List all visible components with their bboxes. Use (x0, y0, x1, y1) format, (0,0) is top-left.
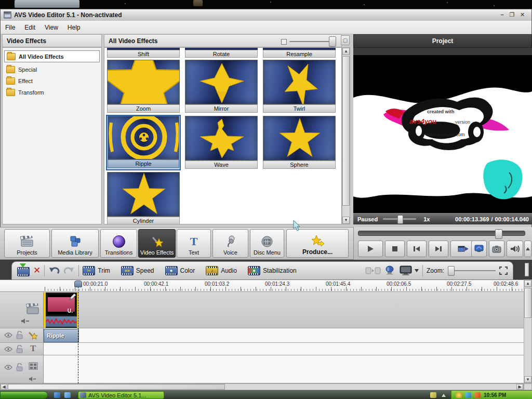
split-button[interactable] (17, 265, 30, 276)
tray-icon[interactable] (465, 392, 471, 398)
stop-button[interactable] (385, 241, 405, 257)
lock-icon[interactable] (16, 331, 23, 339)
start-button[interactable] (0, 391, 48, 399)
effect-label-twirl[interactable]: Twirl (263, 104, 336, 113)
text-track[interactable] (44, 343, 524, 355)
video-clip[interactable]: U. (44, 292, 79, 328)
toolbar-produce-button[interactable]: Produce... (286, 229, 349, 258)
effect-label-sphere[interactable]: Sphere (263, 161, 336, 169)
mute-speaker-icon[interactable] (29, 376, 37, 382)
menu-edit[interactable]: Edit (20, 22, 40, 33)
previous-button[interactable] (407, 241, 427, 257)
toolbar-video-effects-button[interactable]: Video Effects (138, 229, 176, 258)
scroll-down-button[interactable]: ▼ (524, 376, 531, 383)
effect-label-rotate[interactable]: Rotate (185, 50, 258, 58)
tree-item-all-video-effects[interactable]: All Video Effects (4, 50, 100, 62)
visibility-eye-icon[interactable] (4, 347, 12, 352)
seek-handle[interactable] (495, 229, 502, 239)
video-preview[interactable]: created with avs4you version www.avs4you… (353, 48, 532, 213)
minimize-button[interactable]: – (498, 11, 507, 19)
trim-button[interactable]: ✂ Trim (83, 266, 110, 275)
effect-card-zoom[interactable] (107, 60, 180, 104)
effect-card-ripple[interactable] (108, 116, 179, 159)
effect-card-mirror[interactable] (185, 60, 258, 104)
effect-card-cylinder[interactable] (107, 172, 180, 217)
maximize-button[interactable]: ❐ (508, 11, 516, 19)
title-bar[interactable]: AVS Video Editor 5.1 - Non-activated – ❐… (1, 9, 531, 21)
snapshot-button[interactable] (489, 241, 504, 257)
effect-label-cylinder[interactable]: Cylinder (107, 217, 180, 224)
quicklaunch-icon[interactable] (64, 392, 71, 398)
speed-button[interactable]: »» Speed (121, 266, 154, 275)
audio-button[interactable]: ♪ Audio (206, 266, 237, 275)
toolbar-projects-button[interactable]: Projects (4, 229, 50, 258)
play-button[interactable] (358, 241, 383, 257)
freeze-frame-button[interactable] (365, 267, 381, 274)
speed-slider-handle[interactable] (397, 215, 403, 224)
lock-icon[interactable] (16, 345, 23, 353)
visibility-eye-icon[interactable] (4, 332, 12, 338)
toolbar-media-library-button[interactable]: Media Library (51, 229, 99, 258)
expand-controls-button[interactable] (524, 241, 531, 257)
effect-label-resample[interactable]: Resample (263, 50, 336, 58)
effects-track[interactable] (44, 328, 524, 343)
playhead-marker[interactable] (74, 281, 82, 287)
overlay-track[interactable] (44, 355, 524, 383)
volume-button[interactable] (507, 241, 523, 257)
fit-to-screen-button[interactable] (499, 267, 508, 275)
next-button[interactable] (429, 241, 448, 257)
lock-icon[interactable] (16, 363, 23, 371)
effect-clip-ripple[interactable]: Ripple (44, 329, 79, 342)
undo-button[interactable] (48, 266, 60, 275)
mute-speaker-icon[interactable] (21, 318, 30, 324)
scrollbar-thumb[interactable] (8, 384, 225, 390)
taskbar-app-button[interactable]: AVS Video Editor 5.1... (78, 391, 164, 399)
effects-scrollbar[interactable]: ▲ ▼ (342, 47, 350, 224)
effect-label-shift[interactable]: Shift (107, 50, 180, 58)
timeline-v-scrollbar[interactable]: ▲ ▼ (524, 280, 532, 383)
close-button[interactable]: ✕ (518, 11, 527, 19)
scrollbar-thumb[interactable] (524, 288, 531, 318)
scroll-up-button[interactable]: ▲ (524, 280, 531, 287)
edit-pencil-icon[interactable] (69, 294, 76, 301)
toolbar-transitions-button[interactable]: Transitions (100, 229, 137, 258)
timeline-h-scrollbar[interactable]: ◀ ▶ (0, 383, 524, 390)
tree-item-effect[interactable]: Effect (4, 75, 100, 86)
menu-view[interactable]: View (40, 22, 63, 33)
video-track[interactable] (44, 292, 524, 328)
tree-item-special[interactable]: Special (4, 64, 100, 75)
toolbar-voice-button[interactable]: Voice (212, 229, 248, 258)
thumbnail-size-slider[interactable] (289, 41, 330, 42)
effect-label-zoom[interactable]: Zoom (107, 104, 180, 113)
scroll-left-button[interactable]: ◀ (1, 384, 7, 390)
effect-label-ripple[interactable]: Ripple (108, 159, 179, 168)
effect-label-mirror[interactable]: Mirror (185, 104, 258, 113)
voice-output-button[interactable] (384, 265, 396, 276)
monitor-select-button[interactable] (400, 265, 419, 276)
color-button[interactable]: ● Color (165, 266, 195, 275)
tray-icon[interactable] (430, 392, 436, 398)
scroll-right-button[interactable]: ▶ (516, 384, 523, 390)
scroll-up-button[interactable]: ▲ (342, 48, 350, 55)
effect-card-wave[interactable] (185, 116, 258, 161)
stabilization-button[interactable]: ● Stabilization (248, 266, 297, 275)
menu-help[interactable]: Help (63, 22, 85, 33)
delete-button[interactable]: ✕ (33, 265, 41, 276)
tray-collapse-caret[interactable] (442, 394, 446, 397)
scroll-down-button[interactable]: ▼ (342, 217, 350, 224)
effect-card-twirl[interactable] (263, 60, 336, 104)
tray-icon[interactable] (474, 392, 481, 398)
visibility-eye-icon[interactable] (4, 365, 12, 370)
panel-view-button[interactable]: ▢ (341, 35, 350, 45)
tree-item-transform[interactable]: Transform (4, 87, 100, 98)
scrollbar-thumb[interactable] (342, 56, 350, 206)
timeline-zoom-handle[interactable] (448, 266, 455, 276)
fullscreen-button[interactable] (471, 241, 487, 257)
effect-card-sphere[interactable] (263, 116, 336, 161)
menu-file[interactable]: File (1, 22, 20, 33)
playhead-line[interactable] (78, 287, 78, 383)
quicklaunch-icon[interactable] (54, 392, 60, 398)
toolbar-disc-menu-button[interactable]: Disc Menu (250, 229, 284, 258)
toolbar-text-button[interactable]: T Text (177, 229, 211, 258)
tray-icon[interactable] (456, 392, 462, 398)
